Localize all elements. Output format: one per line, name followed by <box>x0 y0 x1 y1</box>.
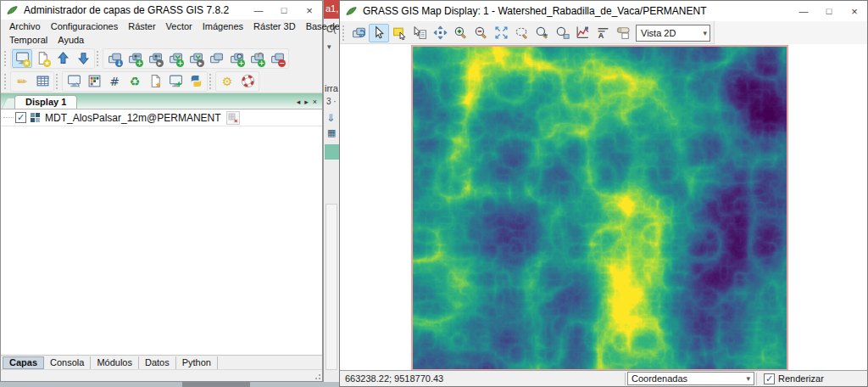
zoom-to-map-icon[interactable] <box>552 24 572 42</box>
bottom-tab-m-dulos[interactable]: Módulos <box>91 356 139 369</box>
menubar-row-2: TemporalAyuda <box>1 33 322 47</box>
maximize-button[interactable]: □ <box>816 1 842 21</box>
statusbar-mode-selector[interactable]: Coordenadas ▾ <box>627 372 754 385</box>
add-vector-misc-icon[interactable]: ▸ <box>186 49 206 68</box>
map-canvas-area[interactable] <box>340 44 867 370</box>
import-data-icon[interactable] <box>64 72 84 91</box>
tab-scroll-right-icon[interactable]: ▸ <box>304 98 309 106</box>
bottom-tab-consola[interactable]: Consola <box>44 356 91 369</box>
print-map-icon[interactable] <box>613 24 633 42</box>
layer-checkbox[interactable]: ✓ <box>15 112 26 123</box>
toolbar-gripper <box>209 74 213 89</box>
render-toggle[interactable]: ✓ Renderizar <box>759 373 867 384</box>
render-label: Renderizar <box>778 373 824 384</box>
open-workspace-icon[interactable] <box>53 49 73 68</box>
cartographic-composer-icon[interactable] <box>165 72 186 91</box>
help-icon[interactable] <box>237 72 258 91</box>
close-button[interactable]: × <box>297 1 322 20</box>
zoom-in-icon[interactable] <box>450 24 470 42</box>
add-web-service-layer-icon[interactable]: + <box>226 49 247 68</box>
add-group-icon[interactable]: + <box>247 49 267 68</box>
tab-scroll-left-icon[interactable]: ◂ <box>297 98 301 106</box>
zoom-out-icon[interactable] <box>470 24 491 42</box>
add-map-elements-icon[interactable]: A <box>593 24 613 42</box>
background-window-text-fragment: irra <box>325 83 338 93</box>
close-button[interactable]: × <box>842 1 867 21</box>
statusbar-separator <box>756 373 757 385</box>
menu-item-archivo[interactable]: Archivo <box>4 21 46 31</box>
background-window-arrow-icon: ⇓ <box>326 112 335 124</box>
layer-manager-titlebar[interactable]: Administrador de capas de GRASS GIS 7.8.… <box>1 1 322 20</box>
window-title: Administrador de capas de GRASS GIS 7.8.… <box>24 4 229 16</box>
pointer-icon[interactable] <box>369 24 389 42</box>
raster-calculator-icon[interactable] <box>84 72 104 91</box>
statusbar-separator <box>625 373 626 385</box>
layer-render-status-button[interactable]: × <box>226 111 240 125</box>
bottom-tab-datos[interactable]: Datos <box>139 356 176 369</box>
tree-branch-line <box>3 117 14 118</box>
layer-tree-row[interactable]: ✓ MDT_AlosPalsar_12m@PERMANENT × <box>1 109 322 126</box>
background-window-scrollbar[interactable] <box>326 204 337 370</box>
background-window-text-fragment: 3 · <box>326 97 337 106</box>
dem-raster-map[interactable] <box>413 47 787 369</box>
toolbar-gripper <box>342 25 346 41</box>
add-multiple-layers-icon[interactable]: ↓ <box>104 49 125 68</box>
display-tab[interactable]: Display 1 <box>14 95 77 109</box>
map-display-window: GRASS GIS Map Display: 1 - Watershed_Rab… <box>339 0 868 387</box>
pan-icon[interactable] <box>430 24 450 42</box>
python-console-icon[interactable] <box>186 72 206 91</box>
workflow-tools-icon[interactable]: ♻ <box>125 72 145 91</box>
maximize-button[interactable]: □ <box>271 1 297 20</box>
settings-icon[interactable]: ⚙ <box>217 72 237 91</box>
display-tab-bar: Display 1 ◂▸× <box>1 93 322 109</box>
bottom-tab-python[interactable]: Python <box>176 356 218 369</box>
menu-item-temporal[interactable]: Temporal <box>4 35 53 45</box>
chevron-down-icon: ▾ <box>746 374 750 383</box>
layer-tree[interactable]: ✓ MDT_AlosPalsar_12m@PERMANENT × <box>1 109 322 355</box>
save-workspace-icon[interactable] <box>73 49 93 68</box>
menubar-row-1: ArchivoConfiguracionesRásterVectorImágen… <box>1 20 322 33</box>
toolbar-gripper <box>56 74 59 89</box>
window-title: GRASS GIS Map Display: 1 - Watershed_Rab… <box>363 5 707 17</box>
map-display-titlebar[interactable]: GRASS GIS Map Display: 1 - Watershed_Rab… <box>340 1 867 21</box>
render-checkbox[interactable]: ✓ <box>764 373 775 384</box>
minimize-button[interactable]: — <box>246 1 271 20</box>
add-vector-layer-icon[interactable]: + <box>165 49 186 68</box>
query-raster-vector-icon[interactable] <box>409 24 430 42</box>
zoom-extent-icon[interactable] <box>491 24 511 42</box>
edit-layer-icon[interactable]: ✏ <box>12 72 32 91</box>
analyze-map-icon[interactable] <box>572 24 593 42</box>
zoom-region-icon[interactable] <box>511 24 531 42</box>
georectifier-icon[interactable] <box>145 72 165 91</box>
zoom-back-icon[interactable] <box>531 24 552 42</box>
menu-item-r-ster-3d[interactable]: Ráster 3D <box>248 21 301 31</box>
background-window-strip: a1, C( ▾ irra 3 · ⇓ ▦ <box>323 0 339 387</box>
add-raster-layer-icon[interactable]: + <box>125 49 145 68</box>
view-mode-selector[interactable]: Vista 2D ▾ <box>636 25 710 42</box>
add-raster-misc-icon[interactable]: ▸ <box>145 49 165 68</box>
remove-layer-icon[interactable]: − <box>267 49 287 68</box>
raster-layer-icon <box>30 112 42 124</box>
add-command-layer-icon[interactable] <box>206 49 226 68</box>
layer-manager-window: Administrador de capas de GRASS GIS 7.8.… <box>0 0 323 382</box>
bottom-tab-capas[interactable]: Capas <box>3 356 44 369</box>
menu-item-ayuda[interactable]: Ayuda <box>53 35 89 45</box>
coordinates-readout: 663238.22; 9518770.43 <box>340 373 623 384</box>
statusbar-mode-value: Coordenadas <box>632 373 687 384</box>
grass-gis-logo-icon <box>6 4 19 17</box>
select-features-icon[interactable] <box>389 24 409 42</box>
menu-item-im-genes[interactable]: Imágenes <box>198 21 248 31</box>
attribute-table-icon[interactable] <box>32 72 53 91</box>
new-map-display-icon[interactable]: ★ <box>12 49 32 68</box>
menu-item-r-ster[interactable]: Ráster <box>123 21 160 31</box>
menu-item-configuraciones[interactable]: Configuraciones <box>46 21 124 31</box>
new-workspace-icon[interactable]: ★ <box>32 49 53 68</box>
resize-grip[interactable] <box>314 373 320 379</box>
tab-close-icon[interactable]: × <box>313 98 317 106</box>
graphical-modeler-icon[interactable]: # <box>104 72 125 91</box>
map-statusbar: 663238.22; 9518770.43 Coordenadas ▾ ✓ Re… <box>340 370 867 386</box>
layer-label[interactable]: MDT_AlosPalsar_12m@PERMANENT <box>45 112 221 124</box>
minimize-button[interactable]: — <box>791 1 816 21</box>
menu-item-vector[interactable]: Vector <box>161 21 198 31</box>
render-map-icon[interactable] <box>348 24 369 42</box>
